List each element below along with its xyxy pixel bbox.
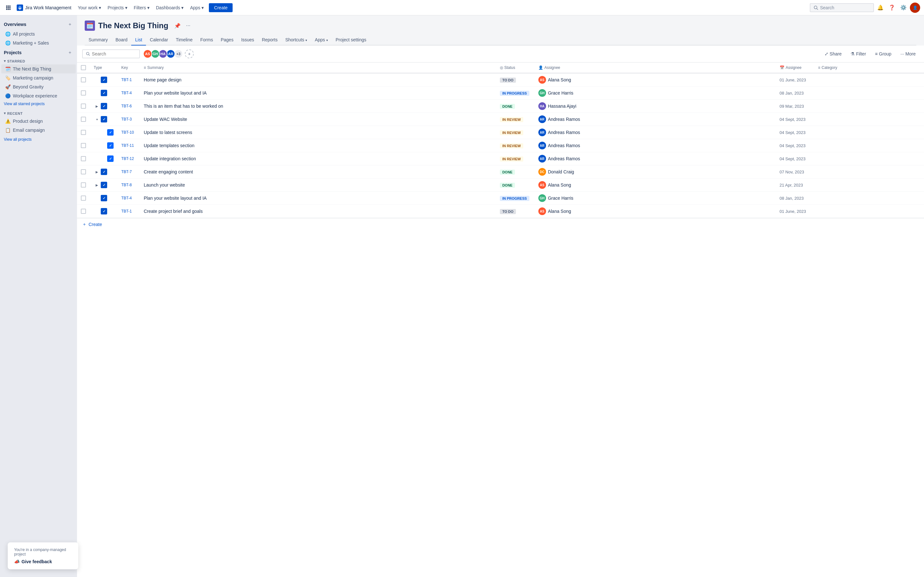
- filter-button[interactable]: ⚗ Filter: [847, 50, 869, 58]
- add-member-button[interactable]: +: [185, 49, 194, 58]
- global-search[interactable]: Search: [810, 3, 874, 12]
- more-button[interactable]: ··· More: [897, 50, 919, 58]
- sidebar-item-marketing-sales[interactable]: 🌐 Marketing + Sales: [1, 39, 76, 47]
- sidebar-item-tbt[interactable]: 🗓️ The Next Big Thing: [1, 64, 76, 73]
- user-avatar[interactable]: 👤: [910, 3, 920, 13]
- row-status[interactable]: DONE: [496, 100, 535, 113]
- row-summary[interactable]: Plan your website layout and IA: [140, 87, 496, 100]
- row-checkbox[interactable]: [81, 182, 86, 187]
- more-options-icon[interactable]: ···: [184, 21, 193, 30]
- row-key[interactable]: TBT-3: [118, 113, 140, 126]
- give-feedback-button[interactable]: 📣 Give feedback: [14, 559, 72, 564]
- tab-reports[interactable]: Reports: [258, 35, 281, 45]
- row-key[interactable]: TBT-4: [118, 192, 140, 205]
- notifications-icon[interactable]: 🔔: [875, 3, 885, 13]
- col-assignee[interactable]: 👤 Assignee: [535, 63, 776, 73]
- row-summary[interactable]: Update integration section: [140, 152, 496, 165]
- select-all-checkbox[interactable]: [81, 65, 86, 70]
- col-status[interactable]: ◎ Status: [496, 63, 535, 73]
- nav-your-work[interactable]: Your work ▾: [75, 4, 103, 11]
- row-key[interactable]: TBT-7: [118, 165, 140, 179]
- apps-grid-icon[interactable]: [4, 3, 13, 12]
- avatar-count[interactable]: +3: [174, 49, 183, 58]
- row-key[interactable]: TBT-12: [118, 152, 140, 165]
- row-status[interactable]: IN REVIEW: [496, 126, 535, 139]
- row-key[interactable]: TBT-11: [118, 139, 140, 152]
- nav-filters[interactable]: Filters ▾: [131, 4, 152, 11]
- row-summary[interactable]: Create project brief and goals: [140, 205, 496, 218]
- row-status[interactable]: TO DO: [496, 73, 535, 87]
- sidebar-item-email-campaign[interactable]: 📋 Email campaign: [1, 126, 76, 135]
- sidebar-item-product-design[interactable]: ⚠️ Product design: [1, 117, 76, 126]
- row-checkbox[interactable]: [81, 103, 86, 109]
- row-status[interactable]: IN REVIEW: [496, 152, 535, 165]
- nav-dashboards[interactable]: Dashboards ▾: [153, 4, 186, 11]
- col-type[interactable]: Type: [90, 63, 118, 73]
- sidebar-item-all-projects[interactable]: 🌐 All projects: [1, 29, 76, 39]
- row-summary[interactable]: Create engaging content: [140, 165, 496, 179]
- logo[interactable]: Jira Work Management: [14, 5, 74, 11]
- tab-timeline[interactable]: Timeline: [172, 35, 196, 45]
- row-checkbox[interactable]: [81, 209, 86, 214]
- row-summary[interactable]: Home page design: [140, 73, 496, 87]
- row-checkbox[interactable]: [81, 143, 86, 148]
- row-status[interactable]: IN REVIEW: [496, 113, 535, 126]
- row-checkbox[interactable]: [81, 169, 86, 174]
- view-all-starred-link[interactable]: View all starred projects: [0, 100, 77, 107]
- avatar-2[interactable]: GH: [151, 49, 160, 58]
- row-status[interactable]: DONE: [496, 165, 535, 179]
- list-search-input[interactable]: [92, 51, 136, 56]
- row-status[interactable]: IN PROGRESS: [496, 87, 535, 100]
- row-key[interactable]: TBT-10: [118, 126, 140, 139]
- tab-apps[interactable]: Apps ▾: [311, 35, 332, 45]
- row-checkbox[interactable]: [81, 90, 86, 95]
- expand-button[interactable]: ▶: [94, 182, 100, 188]
- pin-icon[interactable]: 📌: [173, 21, 182, 30]
- tab-issues[interactable]: Issues: [237, 35, 258, 45]
- row-status[interactable]: IN REVIEW: [496, 139, 535, 152]
- recent-section-toggle[interactable]: ▾ RECENT: [0, 110, 77, 117]
- row-status[interactable]: TO DO: [496, 205, 535, 218]
- row-key[interactable]: TBT-8: [118, 179, 140, 192]
- expand-button[interactable]: ▶: [94, 169, 100, 175]
- row-checkbox[interactable]: [81, 130, 86, 135]
- nav-apps[interactable]: Apps ▾: [187, 4, 206, 11]
- tab-forms[interactable]: Forms: [196, 35, 217, 45]
- tab-board[interactable]: Board: [111, 35, 131, 45]
- row-key[interactable]: TBT-6: [118, 100, 140, 113]
- add-overview-button[interactable]: ＋: [67, 21, 73, 27]
- row-key[interactable]: TBT-1: [118, 73, 140, 87]
- row-checkbox[interactable]: [81, 156, 86, 161]
- tab-pages[interactable]: Pages: [217, 35, 237, 45]
- avatar-4[interactable]: AR: [166, 49, 175, 58]
- add-project-button[interactable]: ＋: [67, 49, 73, 56]
- sidebar-item-workplace-experience[interactable]: 🔵 Workplace experience: [1, 91, 76, 100]
- row-summary[interactable]: Update WAC Website: [140, 113, 496, 126]
- row-key[interactable]: TBT-1: [118, 205, 140, 218]
- help-icon[interactable]: ❓: [887, 3, 897, 13]
- col-key[interactable]: Key: [118, 63, 140, 73]
- nav-projects[interactable]: Projects ▾: [105, 4, 130, 11]
- create-button[interactable]: Create: [209, 3, 233, 12]
- row-key[interactable]: TBT-4: [118, 87, 140, 100]
- row-checkbox[interactable]: [81, 195, 86, 201]
- row-checkbox[interactable]: [81, 77, 86, 82]
- sidebar-item-marketing-campaign[interactable]: 🏷️ Marketing campaign: [1, 73, 76, 82]
- tab-list[interactable]: List: [131, 35, 146, 45]
- view-all-projects-link[interactable]: View all projects: [0, 136, 77, 143]
- row-checkbox[interactable]: [81, 117, 86, 122]
- group-button[interactable]: ≡ Group: [872, 50, 895, 58]
- avatar-1[interactable]: AS: [143, 49, 152, 58]
- list-search[interactable]: [82, 49, 140, 58]
- starred-section-toggle[interactable]: ▾ STARRED: [0, 58, 77, 64]
- col-date[interactable]: 📅 Assignee: [776, 63, 814, 73]
- row-status[interactable]: IN PROGRESS: [496, 192, 535, 205]
- settings-icon[interactable]: ⚙️: [898, 3, 909, 13]
- expand-button[interactable]: ▾: [94, 116, 100, 122]
- row-summary[interactable]: This is an item that has to be worked on: [140, 100, 496, 113]
- sidebar-item-beyond-gravity[interactable]: 🚀 Beyond Gravity: [1, 82, 76, 91]
- tab-project-settings[interactable]: Project settings: [332, 35, 370, 45]
- row-summary[interactable]: Update to latest screens: [140, 126, 496, 139]
- tab-shortcuts[interactable]: Shortcuts ▾: [281, 35, 311, 45]
- tab-summary[interactable]: Summary: [85, 35, 111, 45]
